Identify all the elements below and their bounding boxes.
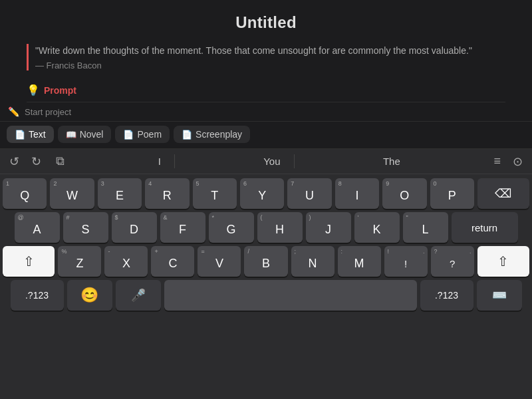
key-n[interactable]: ;N	[291, 246, 334, 277]
key-c[interactable]: +C	[151, 246, 194, 277]
tab-text[interactable]: 📄 Text	[7, 126, 54, 143]
key-z[interactable]: %Z	[58, 246, 101, 277]
prompt-row[interactable]: 💡 Prompt	[27, 78, 505, 102]
key-y[interactable]: 6Y	[240, 178, 284, 209]
bulb-icon: 💡	[27, 84, 40, 96]
key-m[interactable]: :M	[338, 246, 381, 277]
key-return[interactable]: return	[452, 212, 518, 243]
key-l[interactable]: "L	[403, 212, 448, 243]
copy-button[interactable]: ⧉	[53, 153, 67, 170]
key-g[interactable]: *G	[209, 212, 254, 243]
key-f[interactable]: &F	[160, 212, 205, 243]
key-t[interactable]: 5T	[193, 178, 237, 209]
key-row-2: @A #S $D &F *G (H )J 'K "L return	[3, 212, 529, 243]
key-r[interactable]: 4R	[145, 178, 189, 209]
undo-redo: ↺ ↻	[7, 153, 44, 170]
tab-text-label: Text	[29, 129, 46, 140]
key-num-left[interactable]: .?123	[11, 280, 64, 311]
autocomplete-word-3[interactable]: The	[370, 154, 414, 168]
autocomplete-word-2[interactable]: You	[250, 154, 294, 168]
key-backspace[interactable]: ⌫	[477, 178, 529, 209]
prompt-label[interactable]: Prompt	[44, 85, 76, 96]
key-row-4: .?123 😊 🎤 .?123 ⌨️	[3, 280, 529, 311]
more-button[interactable]: ⊙	[510, 153, 525, 170]
key-w[interactable]: 2W	[50, 178, 94, 209]
key-b[interactable]: /B	[244, 246, 287, 277]
autocomplete-left: ↺ ↻ ⧉	[7, 153, 67, 170]
key-row-3: ⇧ %Z -X +C =V /B ;N :M !!. ??. ⇧	[3, 246, 529, 277]
key-keyboard[interactable]: ⌨️	[477, 280, 522, 311]
tab-novel[interactable]: 📖 Novel	[58, 126, 112, 143]
format-button[interactable]: ≡	[491, 153, 503, 170]
key-h[interactable]: (H	[257, 212, 303, 243]
pencil-icon: ✏️	[8, 106, 19, 117]
keyboard: 1Q 2W 3E 4R 5T 6Y 7U 8I 9O 0P ⌫ @A #S $D…	[0, 174, 532, 399]
key-shift-left[interactable]: ⇧	[3, 246, 55, 277]
tab-novel-label: Novel	[80, 129, 104, 140]
start-project-label: Start project	[25, 107, 71, 117]
key-num-right[interactable]: .?123	[420, 280, 473, 311]
autocomplete-bar: ↺ ↻ ⧉ I You The ≡ ⊙	[0, 149, 532, 174]
toolbar-row: ✏️ Start project	[0, 102, 532, 122]
key-p[interactable]: 0P	[430, 178, 474, 209]
autocomplete-right: ≡ ⊙	[491, 153, 525, 170]
key-k[interactable]: 'K	[354, 212, 400, 243]
key-shift-right[interactable]: ⇧	[477, 246, 529, 277]
key-a[interactable]: @A	[15, 212, 60, 243]
quote-block: "Write down the thoughts of the moment. …	[27, 44, 505, 70]
redo-button[interactable]: ↻	[29, 153, 44, 170]
key-j[interactable]: )J	[306, 212, 351, 243]
tab-poem-icon: 📄	[123, 130, 134, 140]
key-d[interactable]: $D	[112, 212, 157, 243]
key-exclaim[interactable]: !!.	[384, 246, 428, 277]
tab-screenplay-label: Screenplay	[196, 129, 242, 140]
key-mic[interactable]: 🎤	[116, 280, 161, 311]
quote-attribution: — Francis Bacon	[35, 61, 505, 70]
undo-button[interactable]: ↺	[7, 153, 22, 170]
key-row-1: 1Q 2W 3E 4R 5T 6Y 7U 8I 9O 0P ⌫	[3, 178, 529, 209]
editor-area: Untitled "Write down the thoughts of the…	[0, 0, 532, 102]
document-title[interactable]: Untitled	[27, 13, 505, 32]
quote-text: "Write down the thoughts of the moment. …	[35, 44, 505, 58]
autocomplete-word-1[interactable]: I	[145, 154, 175, 168]
key-s[interactable]: #S	[63, 212, 108, 243]
key-o[interactable]: 9O	[382, 178, 426, 209]
key-space[interactable]	[164, 280, 417, 311]
key-x[interactable]: -X	[104, 246, 148, 277]
key-i[interactable]: 8I	[335, 178, 379, 209]
key-q[interactable]: 1Q	[3, 178, 47, 209]
tab-novel-icon: 📖	[66, 130, 76, 140]
key-question[interactable]: ??.	[431, 246, 474, 277]
tab-bar: 📄 Text 📖 Novel 📄 Poem 📄 Screenplay	[0, 122, 532, 149]
key-e[interactable]: 3E	[98, 178, 142, 209]
tab-screenplay-icon: 📄	[182, 130, 192, 140]
key-v[interactable]: =V	[198, 246, 241, 277]
tab-poem-label: Poem	[137, 129, 162, 140]
tab-text-icon: 📄	[15, 130, 25, 140]
key-emoji[interactable]: 😊	[67, 280, 112, 311]
tab-screenplay[interactable]: 📄 Screenplay	[174, 126, 250, 143]
key-u[interactable]: 7U	[287, 178, 331, 209]
autocomplete-words: I You The	[67, 154, 491, 168]
tab-poem[interactable]: 📄 Poem	[115, 126, 170, 143]
